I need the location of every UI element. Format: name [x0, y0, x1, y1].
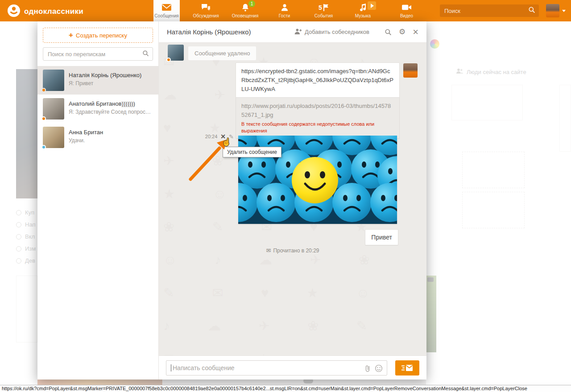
add-participants-button[interactable]: Добавить собеседников	[294, 28, 369, 36]
top-bar: одноклассники Сообщения Обсуждения 1	[0, 0, 571, 21]
chat-header: Наталія Корінь (Ярошенко) Добавить собес…	[159, 21, 426, 43]
screen: одноклассники Сообщения Обсуждения 1	[0, 0, 571, 392]
conversation-name: Анна Британ	[69, 129, 103, 136]
nav-label: Обсуждения	[193, 13, 219, 18]
nav-label: Видео	[400, 13, 413, 18]
avatar	[43, 127, 64, 148]
message-input[interactable]	[166, 360, 387, 375]
music-note-icon	[360, 2, 367, 12]
chat-title: Наталія Корінь (Ярошенко)	[167, 28, 251, 36]
avatar	[43, 70, 64, 91]
delete-message-icon[interactable]: ✕	[220, 133, 226, 140]
search-icon[interactable]	[142, 50, 149, 58]
avatar	[403, 63, 418, 78]
chat-search-icon[interactable]	[385, 29, 392, 36]
video-camera-icon	[401, 2, 412, 12]
avatar	[168, 45, 184, 61]
conversation-item[interactable]: Анатолий Британов))))))) Я: Здравствуйте…	[37, 95, 158, 123]
annotation-arrow-icon	[183, 134, 230, 186]
nav-music[interactable]: Музыка	[350, 0, 376, 21]
nav-guests[interactable]: Гости	[271, 0, 298, 21]
conversation-preview: Я: Здравствуйте Сосед попрос…	[69, 109, 151, 115]
global-search-input[interactable]	[443, 7, 528, 15]
events-number: 5	[319, 4, 322, 11]
ok-logo-icon	[7, 4, 21, 19]
nav-notifications[interactable]: 1 Оповещения	[232, 0, 258, 21]
conversation-preview: Удачи.	[69, 137, 103, 144]
discussions-icon	[201, 2, 211, 12]
conversation-name: Наталія Корінь (Ярошенко)	[69, 72, 141, 78]
online-mobile-indicator	[41, 116, 46, 121]
chat-footer	[159, 355, 426, 380]
conversation-item[interactable]: Наталія Корінь (Ярошенко) Я: Привет	[37, 66, 158, 95]
nav-label: Музыка	[355, 13, 371, 18]
global-search	[440, 4, 539, 17]
deleted-message-notice: Сообщение удалено	[188, 46, 256, 60]
message-meta: 20:24 ✕ ✎	[205, 133, 234, 140]
nav-messages[interactable]: Сообщения	[153, 0, 180, 21]
notifications-badge: 1	[248, 0, 255, 7]
guest-icon	[280, 2, 289, 12]
online-web-indicator	[41, 145, 46, 149]
messenger-modal: + Создать переписку Наталія Корінь (Ярош…	[37, 21, 426, 380]
events-icon: 5	[319, 2, 329, 12]
close-icon[interactable]: ×	[413, 27, 418, 37]
search-icon[interactable]	[528, 6, 535, 15]
online-mobile-indicator	[41, 88, 46, 92]
main-nav: Сообщения Обсуждения 1 Оповещения Гости	[153, 0, 433, 21]
chat-body: ✉ ♥ ★ ☺ ♪ ☁ ✈ ❀ ✎ ✉ ♥ ★ ☺ ♪ ☁ ✈ ❀ ✎ ✉ ♥ …	[159, 43, 426, 355]
user-avatar[interactable]	[546, 4, 559, 17]
message-bubble: https://encrypted-tbn2.gstatic.com/image…	[236, 62, 400, 98]
user-menu-caret-icon[interactable]	[562, 10, 566, 12]
text-caret	[171, 364, 171, 371]
conversation-item[interactable]: Анна Британ Удачи.	[37, 123, 158, 152]
browser-status-bar: https://ok.ru/dk?cmd=PopLayer&st.msgMark…	[0, 385, 571, 392]
conversation-list: Наталія Корінь (Ярошенко) Я: Привет Анат…	[37, 66, 158, 152]
create-conversation-button[interactable]: + Создать переписку	[43, 28, 153, 43]
avatar	[43, 98, 64, 120]
message-bubble: Привет	[365, 229, 398, 245]
message-link[interactable]: http://www.porjati.ru/uploads/posts/2016…	[241, 103, 391, 118]
nav-video[interactable]: Видео	[393, 0, 420, 21]
conversation-search	[43, 47, 153, 61]
delete-tooltip: Удалить сообщение	[223, 147, 281, 157]
online-mobile-indicator	[166, 58, 171, 62]
read-status: ✉Прочитано в 20:29	[159, 247, 426, 254]
nav-label: События	[314, 13, 333, 18]
nav-label: Сообщения	[154, 13, 178, 18]
conversation-name: Анатолий Британов)))))))	[69, 100, 151, 107]
plus-icon: +	[69, 31, 73, 40]
message-error-text: В тексте сообщения содержатся недопустим…	[241, 121, 394, 134]
message-bubble-blocked: http://www.porjati.ru/uploads/posts/2016…	[236, 97, 400, 139]
message-text: Привет	[371, 234, 392, 241]
conversation-search-input[interactable]	[47, 50, 142, 58]
emoji-smiley-icon[interactable]	[375, 364, 383, 374]
send-envelope-icon	[401, 364, 413, 371]
add-person-icon	[294, 28, 302, 36]
nav-events[interactable]: 5 События	[310, 0, 337, 21]
conversations-panel: + Создать переписку Наталія Корінь (Ярош…	[37, 21, 159, 380]
nav-label: Гости	[279, 13, 290, 18]
chat-settings-gear-icon[interactable]: ⚙	[399, 28, 405, 36]
attach-paperclip-icon[interactable]	[363, 364, 371, 375]
play-icon	[371, 4, 374, 8]
brand-logo[interactable]: одноклассники	[7, 4, 83, 19]
edit-message-icon[interactable]: ✎	[229, 134, 234, 140]
music-play-button[interactable]	[368, 1, 376, 10]
brand-name: одноклассники	[24, 7, 83, 16]
nav-discussions[interactable]: Обсуждения	[193, 0, 219, 21]
send-button[interactable]	[395, 360, 419, 375]
read-envelope-icon: ✉	[266, 247, 271, 254]
conversation-preview: Я: Привет	[69, 80, 141, 87]
message-link[interactable]: https://encrypted-tbn2.gstatic.com/image…	[241, 68, 393, 92]
message-time: 20:24	[205, 134, 218, 139]
chat-pane: Наталія Корінь (Ярошенко) Добавить собес…	[159, 21, 426, 380]
nav-label: Оповещения	[232, 13, 259, 18]
message-input-wrap	[166, 360, 387, 375]
envelope-icon	[161, 2, 172, 12]
